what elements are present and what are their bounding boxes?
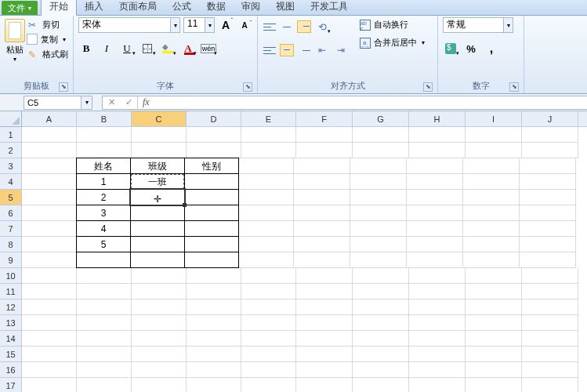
cell-A3[interactable] bbox=[22, 158, 77, 174]
cell-J5[interactable] bbox=[520, 190, 576, 205]
cell-C2[interactable] bbox=[132, 143, 187, 158]
tab-data[interactable]: 数据 bbox=[199, 0, 234, 15]
cell-D14[interactable] bbox=[187, 331, 241, 347]
cell-B10[interactable] bbox=[77, 268, 132, 284]
cell-A16[interactable] bbox=[22, 362, 77, 378]
row-header-5[interactable]: 5 bbox=[0, 190, 21, 205]
formula-bar[interactable]: ✕ ✓ fx bbox=[102, 96, 587, 110]
col-header-A[interactable]: A bbox=[22, 111, 77, 126]
cell-H14[interactable] bbox=[409, 331, 466, 347]
cell-G4[interactable] bbox=[350, 174, 407, 190]
namebox-dropdown[interactable]: ▾ bbox=[81, 96, 92, 109]
cell-A11[interactable] bbox=[22, 284, 77, 299]
cell-A15[interactable] bbox=[22, 347, 77, 362]
cell-J16[interactable] bbox=[522, 362, 578, 378]
cell-B5[interactable]: 2 bbox=[76, 189, 131, 205]
cell-H3[interactable] bbox=[407, 158, 463, 174]
cell-B7[interactable]: 4 bbox=[76, 220, 131, 237]
border-button[interactable] bbox=[140, 41, 155, 56]
cell-H2[interactable] bbox=[409, 143, 466, 158]
cell-C12[interactable] bbox=[132, 299, 187, 315]
cell-C9[interactable] bbox=[130, 252, 185, 268]
col-header-F[interactable]: F bbox=[296, 111, 353, 126]
row-header-10[interactable]: 10 bbox=[0, 268, 21, 284]
cell-G10[interactable] bbox=[353, 268, 409, 284]
row-header-11[interactable]: 11 bbox=[0, 284, 21, 299]
cell-D5[interactable] bbox=[184, 189, 239, 205]
cell-H4[interactable] bbox=[407, 174, 463, 190]
cell-H12[interactable] bbox=[409, 299, 466, 315]
cell-G11[interactable] bbox=[353, 284, 409, 299]
cell-E7[interactable] bbox=[239, 221, 294, 237]
cell-H5[interactable] bbox=[407, 190, 463, 205]
cell-E3[interactable] bbox=[239, 158, 294, 174]
cell-F13[interactable] bbox=[296, 315, 353, 331]
decrease-indent-button[interactable]: ⇤ bbox=[314, 42, 330, 58]
cell-E16[interactable] bbox=[241, 362, 296, 378]
cell-A12[interactable] bbox=[22, 299, 77, 315]
cell-F2[interactable] bbox=[296, 143, 353, 158]
cell-A6[interactable] bbox=[22, 205, 77, 221]
file-tab[interactable]: 文件▾ bbox=[2, 1, 38, 15]
cell-A10[interactable] bbox=[22, 268, 77, 284]
cell-H9[interactable] bbox=[407, 252, 463, 268]
cell-B9[interactable] bbox=[76, 252, 131, 268]
cell-G8[interactable] bbox=[350, 237, 407, 252]
paste-icon[interactable] bbox=[5, 19, 25, 42]
tab-dev[interactable]: 开发工具 bbox=[303, 0, 356, 15]
cell-I3[interactable] bbox=[463, 158, 520, 174]
cancel-edit-button[interactable]: ✕ bbox=[103, 97, 120, 107]
increase-indent-button[interactable]: ⇥ bbox=[333, 42, 349, 58]
cell-F5[interactable] bbox=[294, 190, 350, 205]
row-header-13[interactable]: 13 bbox=[0, 315, 21, 331]
font-color-button[interactable]: A bbox=[180, 41, 196, 56]
cell-I6[interactable] bbox=[463, 205, 520, 221]
fill-color-button[interactable] bbox=[160, 41, 176, 56]
cell-C5[interactable]: ✛ bbox=[130, 189, 185, 205]
cell-A9[interactable] bbox=[22, 252, 77, 268]
tab-formulas[interactable]: 公式 bbox=[165, 0, 199, 15]
cell-D2[interactable] bbox=[187, 143, 241, 158]
col-header-B[interactable]: B bbox=[77, 111, 132, 126]
row-header-2[interactable]: 2 bbox=[0, 143, 21, 158]
tab-insert[interactable]: 插入 bbox=[77, 0, 111, 15]
cell-J9[interactable] bbox=[520, 252, 576, 268]
cell-B3[interactable]: 姓名 bbox=[76, 158, 131, 174]
cell-A2[interactable] bbox=[22, 143, 77, 158]
cell-F6[interactable] bbox=[294, 205, 350, 221]
cell-G7[interactable] bbox=[350, 221, 407, 237]
cell-J6[interactable] bbox=[520, 205, 576, 221]
row-header-12[interactable]: 12 bbox=[0, 299, 21, 315]
row-header-15[interactable]: 15 bbox=[0, 347, 21, 362]
row-header-6[interactable]: 6 bbox=[0, 205, 21, 221]
cell-C15[interactable] bbox=[132, 347, 187, 362]
cell-I2[interactable] bbox=[466, 143, 522, 158]
col-header-C[interactable]: C bbox=[132, 111, 187, 126]
col-header-I[interactable]: I bbox=[466, 111, 522, 126]
cell-I1[interactable] bbox=[466, 127, 522, 143]
cell-E1[interactable] bbox=[241, 127, 296, 143]
cell-H10[interactable] bbox=[409, 268, 466, 284]
col-header-J[interactable]: J bbox=[522, 111, 578, 126]
cell-G12[interactable] bbox=[353, 299, 409, 315]
cell-D4[interactable] bbox=[184, 173, 239, 190]
cell-I16[interactable] bbox=[466, 362, 522, 378]
cell-C11[interactable] bbox=[132, 284, 187, 299]
cell-F1[interactable] bbox=[296, 127, 353, 143]
cell-G3[interactable] bbox=[350, 158, 407, 174]
bold-button[interactable]: B bbox=[78, 41, 94, 56]
cell-I12[interactable] bbox=[466, 299, 522, 315]
cell-F7[interactable] bbox=[294, 221, 350, 237]
cell-F9[interactable] bbox=[294, 252, 350, 268]
select-all-corner[interactable] bbox=[0, 111, 22, 127]
row-header-14[interactable]: 14 bbox=[0, 331, 21, 347]
cell-A13[interactable] bbox=[22, 315, 77, 331]
align-bottom-button[interactable] bbox=[297, 20, 311, 33]
cell-D13[interactable] bbox=[187, 315, 241, 331]
cell-C17[interactable] bbox=[132, 378, 187, 392]
row-header-7[interactable]: 7 bbox=[0, 221, 21, 237]
align-middle-button[interactable] bbox=[280, 20, 294, 33]
align-launcher[interactable]: ⬊ bbox=[423, 82, 433, 92]
cell-F4[interactable] bbox=[294, 174, 350, 190]
col-header-G[interactable]: G bbox=[353, 111, 409, 126]
